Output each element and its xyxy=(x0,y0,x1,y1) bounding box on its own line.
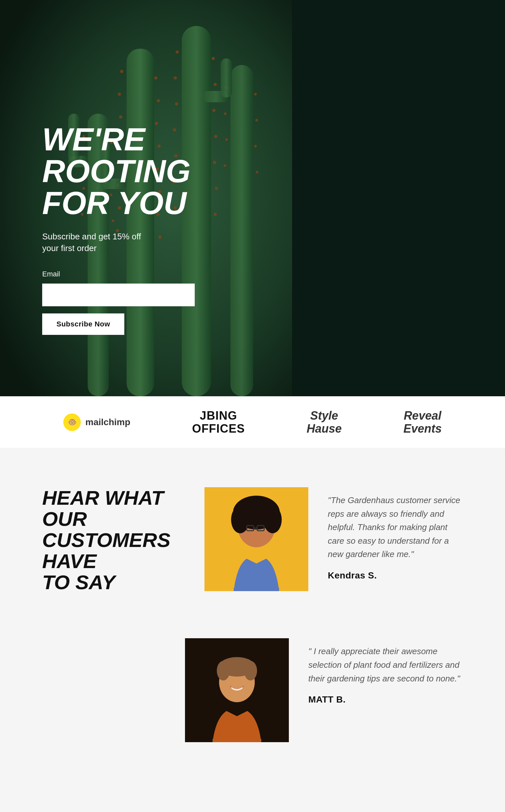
svg-point-31 xyxy=(213,83,217,86)
mailchimp-icon: 🐵 xyxy=(63,413,81,431)
reveal-text: Reveal Events xyxy=(403,409,442,435)
svg-rect-69 xyxy=(234,588,279,591)
testimonials-section: HEAR WHAT OUR CUSTOMERS HAVE TO SAY xyxy=(0,448,505,812)
first-review-area: "The Gardenhaus customer service reps ar… xyxy=(204,487,463,591)
testimonial-content-1: "The Gardenhaus customer service reps ar… xyxy=(328,487,463,581)
svg-point-49 xyxy=(224,164,226,167)
hero-section: GARDENHAUSE. WE'RE ROOTING FOR YOU Subsc… xyxy=(0,0,505,396)
reveal-logo: Reveal Events xyxy=(403,409,442,435)
testimonials-second-row: " I really appreciate their awesome sele… xyxy=(185,638,463,742)
testimonial-image-1 xyxy=(204,487,308,591)
stylehause-text: Style Hause xyxy=(307,409,342,435)
partners-bar: 🐵 mailchimp JBING OFFICES Style Hause Re… xyxy=(0,396,505,448)
svg-point-29 xyxy=(212,57,215,60)
testimonial-quote-1: "The Gardenhaus customer service reps ar… xyxy=(328,494,463,561)
svg-point-74 xyxy=(244,661,257,680)
stylehause-logo: Style Hause xyxy=(307,409,342,435)
testimonial-content-2: " I really appreciate their awesome sele… xyxy=(308,638,463,705)
mailchimp-text: mailchimp xyxy=(86,417,130,427)
hero-subtitle: Subscribe and get 15% off your first ord… xyxy=(42,231,224,254)
testimonial-name-1: Kendras S. xyxy=(328,570,463,581)
testimonial-quote-2: " I really appreciate their awesome sele… xyxy=(308,645,463,685)
svg-rect-42 xyxy=(230,65,253,396)
jbing-text: JBING OFFICES xyxy=(192,409,245,435)
jbing-logo: JBING OFFICES xyxy=(192,409,245,435)
svg-point-45 xyxy=(224,112,226,115)
svg-rect-54 xyxy=(221,58,232,98)
email-label: Email xyxy=(42,270,224,278)
svg-point-50 xyxy=(256,171,258,173)
svg-point-6 xyxy=(119,115,122,119)
svg-point-44 xyxy=(254,93,257,96)
svg-point-28 xyxy=(176,50,179,53)
testimonials-first-row: HEAR WHAT OUR CUSTOMERS HAVE TO SAY xyxy=(42,487,463,619)
svg-point-33 xyxy=(212,109,215,112)
mailchimp-logo: 🐵 mailchimp xyxy=(63,413,130,431)
subscribe-button[interactable]: Subscribe Now xyxy=(42,313,124,335)
svg-point-32 xyxy=(175,102,178,106)
svg-text:🐵: 🐵 xyxy=(68,418,77,426)
hero-content: WE'RE ROOTING FOR YOU Subscribe and get … xyxy=(42,123,224,335)
svg-rect-75 xyxy=(212,739,261,742)
svg-point-47 xyxy=(225,138,228,141)
hero-title: WE'RE ROOTING FOR YOU xyxy=(42,123,224,219)
testimonial-name-2: MATT B. xyxy=(308,694,463,705)
email-input[interactable] xyxy=(42,284,195,306)
svg-point-2 xyxy=(120,70,123,73)
svg-point-46 xyxy=(256,119,258,122)
svg-point-65 xyxy=(252,503,268,516)
svg-point-4 xyxy=(118,93,121,96)
svg-point-48 xyxy=(254,145,257,147)
testimonials-title: HEAR WHAT OUR CUSTOMERS HAVE TO SAY xyxy=(42,487,185,593)
testimonials-title-col: HEAR WHAT OUR CUSTOMERS HAVE TO SAY xyxy=(42,487,185,619)
svg-point-5 xyxy=(157,99,160,102)
testimonial-image-2 xyxy=(185,638,289,742)
svg-point-3 xyxy=(154,76,157,80)
svg-point-73 xyxy=(217,661,230,680)
svg-point-30 xyxy=(174,76,177,80)
